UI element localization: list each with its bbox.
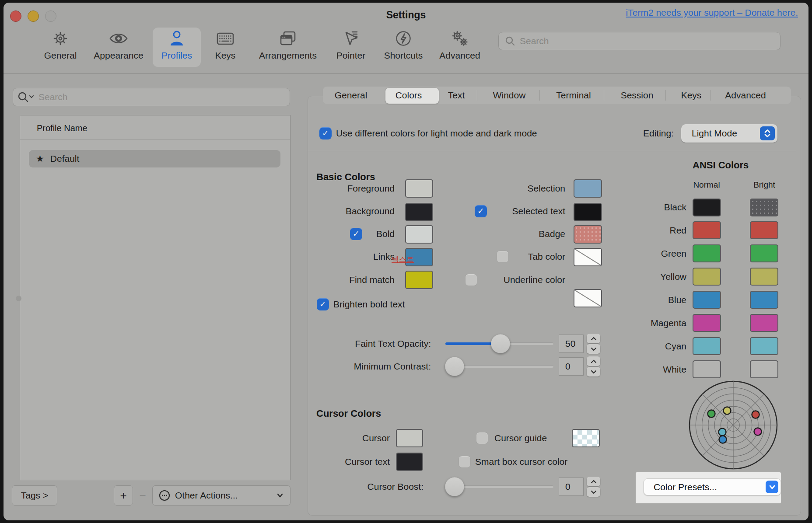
brighten-bold-checkbox[interactable]: ✓: [317, 298, 329, 310]
search-placeholder: Search: [38, 92, 68, 102]
underline-color-well[interactable]: [574, 289, 602, 307]
chevron-down-icon: [766, 481, 778, 493]
min-contrast-stepper[interactable]: [587, 356, 600, 377]
different-colors-checkbox[interactable]: ✓: [319, 127, 332, 139]
background-color-well[interactable]: [405, 203, 433, 221]
cursor-boost-stepper[interactable]: [587, 477, 600, 497]
ansi-green-bright-well[interactable]: [750, 244, 778, 262]
faint-opacity-value[interactable]: 50: [559, 335, 584, 353]
ansi-white-normal-well[interactable]: [693, 360, 721, 378]
underline-color-label: Underline color: [460, 274, 565, 286]
cursor-boost-slider-knob[interactable]: [445, 477, 464, 496]
add-profile-button[interactable]: +: [114, 485, 133, 506]
foreground-color-well[interactable]: [405, 179, 433, 198]
profile-row-default[interactable]: ★ Default: [29, 150, 280, 167]
min-contrast-slider-knob[interactable]: [445, 357, 464, 376]
ansi-black-label: Black: [599, 201, 686, 213]
search-placeholder: Search: [520, 36, 549, 46]
tab-separator: [539, 90, 540, 101]
tab-general[interactable]: General: [325, 89, 377, 101]
cursor-colors-heading: Cursor Colors: [316, 408, 381, 420]
toolbar-item-arrangements[interactable]: Arrangements: [253, 27, 323, 67]
color-presets-label: Color Presets...: [654, 482, 717, 492]
ansi-yellow-normal-well[interactable]: [693, 268, 721, 286]
color-wheel[interactable]: [687, 379, 779, 473]
remove-profile-button[interactable]: −: [134, 485, 151, 506]
tab-window[interactable]: Window: [483, 89, 536, 101]
popup-stepper-icon: [760, 126, 775, 140]
ansi-cyan-label: Cyan: [599, 340, 686, 352]
tab-advanced[interactable]: Advanced: [719, 89, 772, 101]
ansi-blue-normal-well[interactable]: [693, 291, 721, 309]
donate-link[interactable]: iTerm2 needs your support – Donate here.: [626, 7, 798, 18]
faint-opacity-stepper[interactable]: [587, 334, 600, 354]
toolbar-search-input[interactable]: Search: [498, 32, 780, 50]
tags-button[interactable]: Tags >: [12, 485, 57, 506]
ansi-black-bright-well[interactable]: [750, 199, 778, 216]
brighten-bold-label: Brighten bold text: [333, 298, 405, 310]
keyboard-icon: [190, 27, 260, 50]
ansi-cyan-normal-well[interactable]: [693, 337, 721, 355]
selection-label: Selection: [460, 182, 565, 195]
wheel-dot-cyan[interactable]: [719, 429, 726, 436]
profile-name: Default: [50, 153, 80, 164]
ansi-cyan-bright-well[interactable]: [750, 337, 778, 355]
tab-color-well[interactable]: [574, 248, 602, 266]
basic-colors-heading: Basic Colors: [316, 171, 375, 183]
ansi-white-bright-well[interactable]: [750, 360, 778, 378]
ansi-blue-bright-well[interactable]: [750, 291, 778, 309]
tab-text[interactable]: Text: [430, 89, 483, 101]
badge-color-well[interactable]: [574, 225, 602, 244]
ansi-red-bright-well[interactable]: [750, 221, 778, 239]
wheel-dot-yellow[interactable]: [724, 407, 731, 415]
selected-text-color-well[interactable]: [574, 203, 602, 221]
ansi-magenta-bright-well[interactable]: [750, 314, 778, 332]
toolbar-item-label: Advanced: [425, 50, 495, 61]
ansi-yellow-label: Yellow: [599, 271, 686, 283]
section-divider: [306, 151, 796, 151]
tab-keys[interactable]: Keys: [665, 89, 718, 101]
tab-separator: [604, 90, 604, 101]
search-icon: [505, 36, 515, 46]
faint-opacity-slider-knob[interactable]: [491, 334, 510, 353]
tab-colors[interactable]: Colors: [382, 89, 435, 101]
tab-terminal[interactable]: Terminal: [547, 89, 600, 101]
toolbar-item-keys[interactable]: Keys: [190, 27, 260, 67]
minus-icon: −: [139, 489, 146, 502]
ansi-black-normal-well[interactable]: [693, 199, 721, 216]
wheel-dot-blue[interactable]: [719, 436, 727, 443]
cursor-guide-checkbox[interactable]: [476, 432, 488, 444]
different-colors-label: Use different colors for light mode and …: [336, 127, 537, 139]
window-edge-dot: [16, 296, 21, 301]
ansi-yellow-bright-well[interactable]: [750, 268, 778, 286]
toolbar-divider: [4, 73, 808, 74]
editing-label: Editing:: [612, 127, 674, 139]
tags-button-label: Tags >: [21, 490, 48, 501]
chevron-down-icon: [276, 493, 284, 498]
ansi-magenta-normal-well[interactable]: [693, 314, 721, 332]
faint-opacity-label: Faint Text Opacity:: [308, 338, 431, 350]
wheel-dot-magenta[interactable]: [754, 428, 762, 436]
selection-color-well[interactable]: [574, 179, 602, 198]
cursor-boost-value[interactable]: 0: [559, 478, 584, 496]
bold-color-well[interactable]: [405, 225, 433, 244]
toolbar-item-advanced[interactable]: Advanced: [425, 27, 495, 67]
min-contrast-value[interactable]: 0: [559, 357, 584, 376]
smart-box-checkbox[interactable]: [458, 456, 471, 468]
cursor-guide-color-well[interactable]: [572, 429, 600, 447]
tab-session[interactable]: Session: [611, 89, 663, 101]
profile-list: Profile Name ★ Default: [20, 115, 290, 480]
find-match-color-well[interactable]: [405, 271, 433, 289]
wheel-dot-red[interactable]: [752, 411, 760, 418]
cursor-color-well[interactable]: [396, 429, 423, 447]
cursor-text-color-well[interactable]: [396, 453, 423, 471]
color-presets-dropdown[interactable]: Color Presets...: [644, 478, 781, 495]
profile-search-input[interactable]: Search: [13, 88, 290, 106]
ansi-green-normal-well[interactable]: [693, 244, 721, 262]
ansi-red-normal-well[interactable]: [693, 221, 721, 239]
profile-list-header: Profile Name: [37, 122, 88, 134]
other-actions-dropdown[interactable]: Other Actions...: [152, 485, 290, 506]
wheel-dot-green[interactable]: [708, 410, 715, 418]
editing-mode-dropdown[interactable]: Light Mode: [681, 124, 777, 143]
foreground-label: Foreground: [290, 182, 395, 195]
